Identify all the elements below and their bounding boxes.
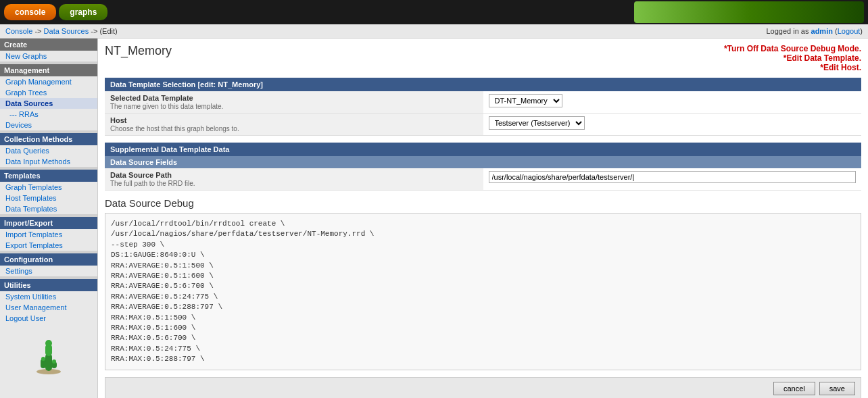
top-nav: console graphs [0,0,868,24]
path-label: Data Source Path [110,171,478,179]
breadcrumb-bar: Console -> Data Sources -> (Edit) Logged… [0,24,868,39]
data-source-path-input[interactable] [489,171,857,183]
sidebar-collection-header: Collection Methods [0,133,97,145]
field-selected-data-template: Selected Data Template The name given to… [105,91,861,114]
cancel-button[interactable]: cancel [773,382,815,395]
action-edit-host[interactable]: *Edit Host. [724,63,861,72]
supplemental-table: Data Source Path The full path to the RR… [105,168,861,191]
sidebar-templates-header: Templates [0,170,97,182]
cactus-logo [0,324,97,387]
sidebar-item-logout-user[interactable]: Logout User [0,313,97,324]
footer-bar: cancel save [105,377,861,398]
field1-label: Selected Data Template [110,94,478,102]
top-right-decoration [634,1,864,23]
page-title: NT_Memory [105,44,172,58]
sidebar-item-new-graphs[interactable]: New Graphs [0,51,97,61]
graphs-button[interactable]: graphs [59,4,107,20]
sidebar-item-user-management[interactable]: User Management [0,302,97,313]
breadcrumb-edit: (Edit) [99,27,117,35]
debug-title: Data Source Debug [105,197,861,209]
field-data-source-path: Data Source Path The full path to the RR… [105,168,861,191]
sidebar-item-graph-trees[interactable]: Graph Trees [0,87,97,98]
supplemental-header: Supplemental Data Template Data [105,143,861,156]
action-debug-mode[interactable]: *Turn Off Data Source Debug Mode. [724,44,861,53]
sidebar-management-header: Management [0,64,97,76]
debug-content: /usr/local/rrdtool/bin/rrdtool create \ … [105,213,861,370]
data-template-table: Selected Data Template The name given to… [105,91,861,136]
breadcrumb-console[interactable]: Console [5,27,32,35]
main-layout: Create New Graphs Management Graph Manag… [0,39,868,398]
sidebar-item-host-templates[interactable]: Host Templates [0,193,97,203]
field-host: Host Choose the host that this graph bel… [105,114,861,136]
supplemental-subheader: Data Source Fields [105,156,861,168]
sidebar-configuration-header: Configuration [0,253,97,266]
host-select[interactable]: Testserver (Testserver) [489,116,585,130]
sidebar-item-data-sources[interactable]: Data Sources [0,98,97,109]
breadcrumb: Console -> Data Sources -> (Edit) [5,27,118,35]
sidebar-item-data-templates[interactable]: Data Templates [0,203,97,214]
sidebar-item-system-utilities[interactable]: System Utilities [0,291,97,302]
sidebar-item-export-templates[interactable]: Export Templates [0,240,97,251]
sidebar-item-settings[interactable]: Settings [0,266,97,276]
page-header: NT_Memory *Turn Off Data Source Debug Mo… [105,44,861,72]
supplemental-section: Supplemental Data Template Data Data Sou… [105,143,861,191]
logged-in-user[interactable]: admin [811,27,833,35]
sidebar-utilities-header: Utilities [0,279,97,291]
sidebar-item-data-queries[interactable]: Data Queries [0,145,97,156]
sidebar: Create New Graphs Management Graph Manag… [0,39,98,398]
sidebar-create-header: Create [0,39,97,51]
breadcrumb-data-sources[interactable]: Data Sources [44,27,89,35]
data-template-header: Data Template Selection [edit: NT_Memory… [105,78,861,91]
sidebar-import-export-header: Import/Export [0,217,97,229]
svg-point-6 [41,357,45,361]
svg-point-5 [45,340,52,347]
sidebar-item-data-input-methods[interactable]: Data Input Methods [0,156,97,167]
action-edit-template[interactable]: *Edit Data Template. [724,53,861,63]
field2-label: Host [110,116,478,124]
sidebar-item-graph-templates[interactable]: Graph Templates [0,182,97,193]
sidebar-item-devices[interactable]: Devices [0,120,97,130]
logout-link[interactable]: Logout [838,27,861,35]
console-button[interactable]: console [4,4,56,20]
save-button[interactable]: save [819,382,855,395]
field2-desc: Choose the host that this graph belongs … [110,125,478,132]
field1-desc: The name given to this data template. [110,103,478,110]
sidebar-item-rras[interactable]: --- RRAs [0,109,97,120]
sidebar-item-import-templates[interactable]: Import Templates [0,229,97,240]
page-actions: *Turn Off Data Source Debug Mode. *Edit … [724,44,861,72]
sidebar-item-graph-management[interactable]: Graph Management [0,76,97,87]
svg-point-7 [52,359,56,364]
data-template-section: Data Template Selection [edit: NT_Memory… [105,78,861,136]
main-content: NT_Memory *Turn Off Data Source Debug Mo… [98,39,868,398]
path-desc: The full path to the RRD file. [110,180,478,187]
data-template-select[interactable]: DT-NT_Memory [489,94,562,107]
logged-in-info: Logged in as admin (Logout) [766,27,863,35]
